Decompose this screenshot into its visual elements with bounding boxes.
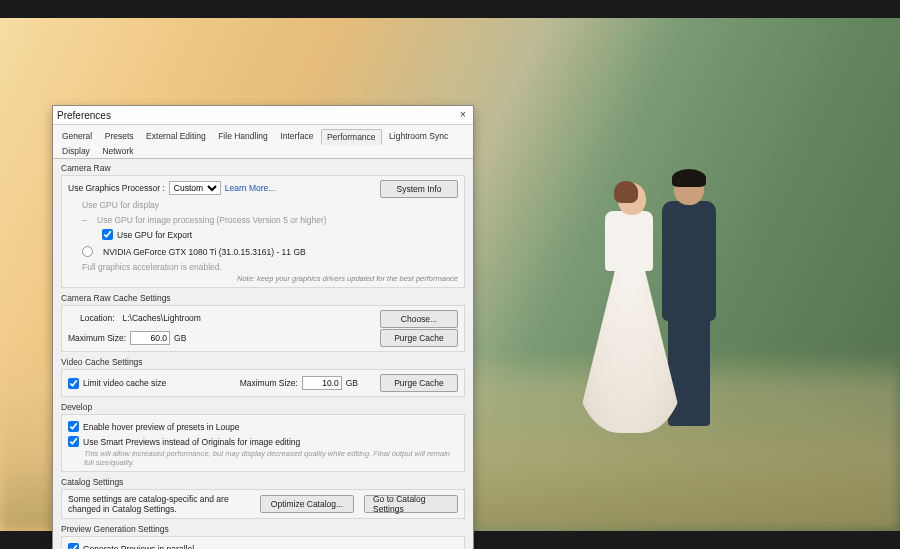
parallel-previews-checkbox[interactable] [68, 543, 79, 549]
tab-strip: General Presets External Editing File Ha… [53, 125, 473, 159]
maxsize-label: Maximum Size: [68, 333, 126, 343]
group-preview-gen: Preview Generation Settings [61, 524, 465, 534]
tab-display[interactable]: Display [57, 144, 95, 158]
location-value: L:\Caches\Lightroom [123, 313, 201, 323]
tree-dash: – [82, 215, 87, 225]
location-label: Location: [80, 313, 115, 323]
gpu-export-checkbox[interactable] [102, 229, 113, 240]
choose-button[interactable]: Choose... [380, 310, 458, 328]
preferences-dialog: Preferences × General Presets External E… [52, 105, 474, 549]
maxsize-unit: GB [174, 333, 186, 343]
gpu-note: Note: keep your graphics drivers updated… [68, 274, 458, 283]
hover-preview-label: Enable hover preview of presets in Loupe [83, 422, 239, 432]
smart-previews-checkbox[interactable] [68, 436, 79, 447]
video-max-input[interactable] [302, 376, 342, 390]
maxsize-input[interactable] [130, 331, 170, 345]
limit-video-checkbox[interactable] [68, 378, 79, 389]
tab-general[interactable]: General [57, 129, 97, 143]
purge-raw-button[interactable]: Purge Cache [380, 329, 458, 347]
dialog-title: Preferences [57, 110, 457, 121]
limit-video-label: Limit video cache size [83, 378, 166, 388]
group-video-cache: Video Cache Settings [61, 357, 465, 367]
tab-external-editing[interactable]: External Editing [141, 129, 211, 143]
label-gpu: Use Graphics Processor : [68, 183, 165, 193]
group-raw-cache: Camera Raw Cache Settings [61, 293, 465, 303]
gpu-image-processing: Use GPU for image processing (Process Ve… [97, 215, 327, 225]
gpu-select[interactable]: Custom [169, 181, 221, 195]
gpu-display-line: Use GPU for display [82, 200, 159, 210]
gpu-accel: Full graphics acceleration is enabled. [82, 262, 222, 272]
tab-file-handling[interactable]: File Handling [213, 129, 273, 143]
tab-presets[interactable]: Presets [100, 129, 139, 143]
optimize-catalog-button[interactable]: Optimize Catalog... [260, 495, 354, 513]
system-info-button[interactable]: System Info [380, 180, 458, 198]
smart-previews-label: Use Smart Previews instead of Originals … [83, 437, 300, 447]
group-camera-raw: Camera Raw [61, 163, 465, 173]
tab-interface[interactable]: Interface [275, 129, 318, 143]
video-unit: GB [346, 378, 358, 388]
develop-note: This will allow increased performance, b… [84, 449, 458, 467]
video-max-label: Maximum Size: [240, 378, 298, 388]
learn-more-link[interactable]: Learn More... [225, 183, 276, 193]
gpu-name: NVIDIA GeForce GTX 1080 Ti (31.0.15.3161… [103, 247, 306, 257]
hover-preview-checkbox[interactable] [68, 421, 79, 432]
group-catalog: Catalog Settings [61, 477, 465, 487]
radio-icon [82, 246, 93, 257]
tab-performance[interactable]: Performance [321, 129, 382, 145]
titlebar: Preferences × [53, 106, 473, 125]
catalog-text: Some settings are catalog-specific and a… [68, 494, 252, 514]
purge-video-button[interactable]: Purge Cache [380, 374, 458, 392]
gpu-export-label: Use GPU for Export [117, 230, 192, 240]
tab-network[interactable]: Network [97, 144, 138, 158]
close-icon[interactable]: × [457, 109, 469, 121]
catalog-settings-button[interactable]: Go to Catalog Settings [364, 495, 458, 513]
parallel-previews-label: Generate Previews in parallel [83, 544, 194, 550]
tab-lightroom-sync[interactable]: Lightroom Sync [384, 129, 453, 143]
group-develop: Develop [61, 402, 465, 412]
